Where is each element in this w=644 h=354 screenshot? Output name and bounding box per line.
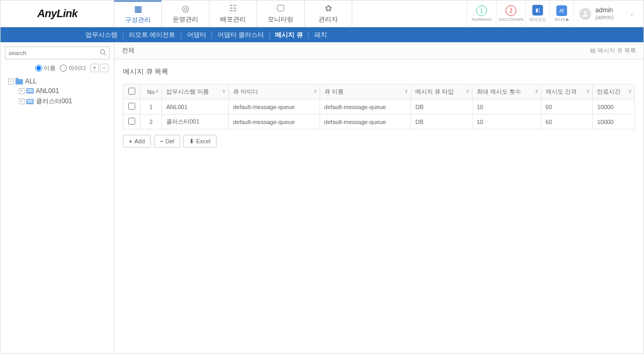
excel-button[interactable]: ⬇Excel bbox=[183, 135, 216, 148]
list-icon: ▤ bbox=[590, 47, 595, 54]
radio-id[interactable]: 아이디 bbox=[60, 64, 86, 72]
radio-id-input[interactable] bbox=[60, 65, 67, 72]
cell-queue-id: default-message-queue bbox=[228, 99, 320, 114]
search-input[interactable] bbox=[5, 47, 110, 59]
main-tab-label: 모니터링 bbox=[268, 15, 293, 24]
cell-expire: 10000 bbox=[593, 114, 635, 129]
header-queue-type[interactable]: 메시지 큐 타입▲▼ bbox=[411, 84, 472, 99]
grid-icon: ▦ bbox=[134, 4, 142, 14]
tree-toggle-icon[interactable]: + bbox=[19, 98, 25, 104]
sort-icon: ▲▼ bbox=[628, 89, 632, 95]
main-tab-monitor[interactable]: 🖵 모니터링 bbox=[257, 1, 305, 27]
message-queue-table: No▲▼ 업무시스템 이름▲▼ 큐 아이디▲▼ 큐 이름▲▼ 메시지 큐 타입▲… bbox=[123, 84, 635, 129]
plus-icon: + bbox=[129, 138, 132, 144]
gear-icon: ✿ bbox=[325, 3, 332, 13]
cell-queue-type: DB bbox=[411, 114, 472, 129]
tree-child[interactable]: + ANL001 bbox=[5, 86, 110, 96]
queue-icon bbox=[26, 98, 34, 105]
main-tabs: ▦ 구성관리 ◎ 운영관리 ☷ 배포관리 🖵 모니터링 ✿ 관리자 bbox=[114, 1, 352, 27]
tree-toggle-icon[interactable]: − bbox=[8, 79, 14, 84]
monitor-icon: 🖵 bbox=[276, 4, 285, 13]
user-sub: (admin) bbox=[595, 14, 614, 21]
main-tab-admin[interactable]: ✿ 관리자 bbox=[304, 1, 352, 27]
table-row[interactable]: 2 클러스터001 default-message-queue default-… bbox=[123, 114, 635, 129]
row-checkbox[interactable] bbox=[128, 118, 135, 125]
sort-icon: ▲▼ bbox=[313, 89, 317, 95]
header-queue-name[interactable]: 큐 이름▲▼ bbox=[320, 84, 411, 99]
errorcode-icon: ◧ bbox=[532, 5, 543, 16]
sort-icon: ▲▼ bbox=[465, 89, 470, 95]
status-label: RUNNING bbox=[471, 17, 491, 22]
brand-logo: AnyLink bbox=[1, 1, 114, 27]
main-tab-label: 구성관리 bbox=[125, 16, 151, 25]
svg-rect-4 bbox=[15, 78, 19, 80]
radio-label: 아이디 bbox=[68, 64, 86, 72]
status-label: JEUS ▶ bbox=[554, 17, 570, 22]
table-row[interactable]: 1 ANL001 default-message-queue default-m… bbox=[123, 99, 635, 114]
tree-toggle-icon[interactable]: + bbox=[19, 88, 25, 94]
header-max-retry[interactable]: 최대 재시도 횟수▲▼ bbox=[472, 84, 541, 99]
main-tab-ops[interactable]: ◎ 운영관리 bbox=[161, 1, 210, 27]
sort-icon: ▲▼ bbox=[155, 89, 159, 95]
subnav-adapter[interactable]: 어댑터 bbox=[182, 30, 211, 40]
header-system-name[interactable]: 업무시스템 이름▲▼ bbox=[162, 84, 229, 99]
tree-child[interactable]: + 클러스터001 bbox=[5, 96, 110, 107]
svg-rect-9 bbox=[27, 100, 33, 101]
running-count-icon: 1 bbox=[476, 5, 487, 16]
cell-expire: 10000 bbox=[593, 99, 635, 114]
header-expire[interactable]: 만료시간▲▼ bbox=[593, 84, 635, 99]
del-button[interactable]: −Del bbox=[154, 135, 180, 148]
target-icon: ◎ bbox=[182, 3, 189, 13]
status-jeus[interactable]: JE JEUS ▶ bbox=[549, 1, 573, 27]
sort-icon: ▲▼ bbox=[404, 89, 408, 95]
expand-button[interactable]: + bbox=[90, 64, 99, 72]
main-tab-config[interactable]: ▦ 구성관리 bbox=[114, 1, 162, 27]
status-errorcode[interactable]: ◧ 에러코드 bbox=[525, 1, 549, 27]
tree-label: 클러스터001 bbox=[36, 97, 72, 106]
subnav-patch[interactable]: 패치 bbox=[309, 30, 332, 40]
svg-rect-7 bbox=[27, 91, 33, 92]
cell-system-name: ANL001 bbox=[162, 99, 229, 114]
row-checkbox[interactable] bbox=[128, 103, 135, 110]
subnav-adapter-cluster[interactable]: 어댑터 클러스터 bbox=[213, 30, 269, 40]
collapse-button[interactable]: − bbox=[100, 64, 108, 72]
status-shutdown[interactable]: 2 SHUTDOWN bbox=[496, 1, 525, 27]
status-running[interactable]: 1 RUNNING bbox=[467, 1, 496, 27]
minus-icon: − bbox=[160, 138, 163, 144]
radio-name-input[interactable] bbox=[35, 65, 42, 72]
main-tab-label: 운영관리 bbox=[173, 15, 198, 24]
header-checkbox[interactable] bbox=[123, 84, 141, 99]
user-menu[interactable]: admin (admin) ⌄ bbox=[573, 1, 643, 27]
cell-max-retry: 10 bbox=[472, 114, 541, 129]
search-icon[interactable] bbox=[99, 49, 107, 58]
cell-queue-type: DB bbox=[411, 99, 472, 114]
svg-point-0 bbox=[584, 11, 587, 14]
shutdown-count-icon: 2 bbox=[506, 5, 516, 16]
tree-root[interactable]: − ALL bbox=[5, 76, 110, 86]
cell-no: 2 bbox=[141, 114, 162, 129]
sort-icon: ▲▼ bbox=[222, 89, 226, 95]
cell-max-retry: 10 bbox=[472, 99, 541, 114]
header-retry-interval[interactable]: 재시도 간격▲▼ bbox=[541, 84, 593, 99]
list-icon: ☷ bbox=[229, 3, 237, 13]
subnav-biz-system[interactable]: 업무시스템 bbox=[81, 30, 122, 40]
add-button[interactable]: +Add bbox=[123, 135, 151, 148]
header-no[interactable]: No▲▼ bbox=[141, 84, 162, 99]
cell-queue-id: default-message-queue bbox=[228, 114, 320, 129]
svg-rect-6 bbox=[27, 89, 33, 90]
header-queue-id[interactable]: 큐 아이디▲▼ bbox=[228, 84, 320, 99]
breadcrumb-right: 메시지 큐 목록 bbox=[598, 47, 636, 55]
radio-label: 이름 bbox=[44, 64, 56, 72]
radio-name[interactable]: 이름 bbox=[35, 64, 56, 72]
folder-icon bbox=[15, 78, 23, 84]
main-tab-deploy[interactable]: ☷ 배포관리 bbox=[209, 1, 257, 27]
tree-label: ANL001 bbox=[36, 87, 59, 95]
subnav-message-queue[interactable]: 메시지 큐 bbox=[270, 30, 307, 40]
select-all-checkbox[interactable] bbox=[128, 88, 135, 95]
main-tab-label: 배포관리 bbox=[220, 15, 246, 24]
queue-icon bbox=[26, 88, 34, 94]
subnav-remote-agent[interactable]: 리모트 에이전트 bbox=[124, 30, 180, 40]
breadcrumb-left: 전체 bbox=[122, 46, 135, 55]
main-tab-label: 관리자 bbox=[319, 15, 338, 24]
status-label: SHUTDOWN bbox=[499, 17, 524, 22]
